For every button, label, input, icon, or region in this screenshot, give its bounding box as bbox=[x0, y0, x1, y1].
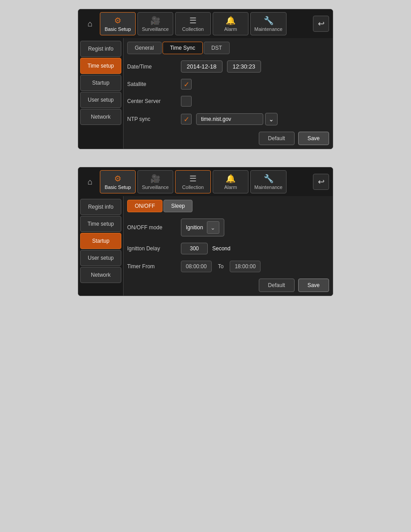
timer-to-label: To bbox=[218, 263, 224, 270]
save-button[interactable]: Save bbox=[298, 132, 329, 145]
gear-icon: ⚙ bbox=[114, 16, 121, 26]
home-button[interactable]: ⌂ bbox=[82, 16, 98, 32]
satellite-label: Satallite bbox=[127, 81, 176, 87]
bottom-bar-2: Default Save bbox=[127, 279, 329, 292]
camera-icon-2: 🎥 bbox=[150, 174, 160, 184]
nav-tab-alarm[interactable]: 🔔 Alarm bbox=[213, 12, 248, 35]
ntp-dropdown-button[interactable]: ⌄ bbox=[265, 113, 278, 125]
content-area: Regist info Time setup Startup User setu… bbox=[78, 38, 333, 149]
nav-tab-2-alarm[interactable]: 🔔 Alarm bbox=[213, 170, 248, 193]
nav-tab-surveillance-label: Surveillance bbox=[142, 26, 169, 32]
nav-tab-collection-label: Collection bbox=[182, 26, 204, 32]
content-area-2: Regist info Time setup Startup User setu… bbox=[78, 196, 333, 296]
sub-tab-time-sync[interactable]: Time Sync bbox=[163, 42, 203, 54]
nav-tab-2-maintenance[interactable]: 🔧 Maintenance bbox=[250, 170, 287, 193]
timer-to-input[interactable]: 18:00:00 bbox=[230, 261, 261, 272]
sidebar-item-time-setup[interactable]: Time setup bbox=[80, 58, 121, 74]
sidebar-item-startup[interactable]: Startup bbox=[80, 75, 121, 91]
alarm-icon-2: 🔔 bbox=[226, 174, 235, 184]
ignition-value: Ignition bbox=[186, 224, 203, 231]
sub-tabs: General Time Sync DST bbox=[127, 42, 329, 54]
collection-icon: ☰ bbox=[189, 16, 197, 26]
sidebar-2-item-network[interactable]: Network bbox=[80, 267, 121, 283]
nav-tab-basic-setup-label: Basic Setup bbox=[105, 26, 131, 32]
sub-tab-2-on-off[interactable]: ON/OFF bbox=[127, 200, 163, 212]
main-content-2: ON/OFF Sleep ON/OFF mode Ignition ⌄ bbox=[123, 196, 333, 296]
nav-tab-2-collection[interactable]: ☰ Collection bbox=[175, 170, 211, 193]
alarm-icon: 🔔 bbox=[226, 16, 235, 26]
top-nav-bar-2: ⌂ ⚙ Basic Setup 🎥 Surveillance ☰ Collect… bbox=[78, 167, 333, 196]
on-off-mode-row: ON/OFF mode Ignition ⌄ bbox=[127, 219, 329, 236]
nav-tab-2-basic-setup-label: Basic Setup bbox=[105, 184, 131, 190]
home-button-2[interactable]: ⌂ bbox=[82, 174, 98, 190]
sidebar-2-item-regist-info[interactable]: Regist info bbox=[80, 199, 121, 215]
nav-tab-2-surveillance[interactable]: 🎥 Surveillance bbox=[137, 170, 173, 193]
ignition-delay-unit: Second bbox=[212, 245, 231, 252]
maintenance-icon-2: 🔧 bbox=[264, 174, 274, 184]
panel-2: ⌂ ⚙ Basic Setup 🎥 Surveillance ☰ Collect… bbox=[78, 167, 333, 296]
nav-tab-2-alarm-label: Alarm bbox=[224, 184, 237, 190]
nav-tab-2-basic-setup[interactable]: ⚙ Basic Setup bbox=[100, 170, 136, 193]
ignition-delay-input[interactable]: 300 bbox=[181, 243, 208, 254]
sidebar-item-regist-info[interactable]: Regist info bbox=[80, 41, 121, 57]
collection-icon-2: ☰ bbox=[189, 174, 197, 184]
sidebar-2-item-time-setup[interactable]: Time setup bbox=[80, 216, 121, 232]
ntp-sync-checkbox[interactable]: ✓ bbox=[181, 114, 192, 124]
default-button[interactable]: Default bbox=[259, 132, 295, 145]
camera-icon: 🎥 bbox=[150, 16, 160, 26]
ntp-sync-label: NTP sync bbox=[127, 116, 176, 122]
sidebar-2: Regist info Time setup Startup User setu… bbox=[78, 196, 123, 296]
sidebar-2-item-user-setup[interactable]: User setup bbox=[80, 250, 121, 266]
maintenance-icon: 🔧 bbox=[264, 16, 274, 26]
center-server-label: Center Server bbox=[127, 98, 176, 104]
sidebar-item-user-setup[interactable]: User setup bbox=[80, 92, 121, 108]
nav-tab-alarm-label: Alarm bbox=[224, 26, 237, 32]
timer-from-input[interactable]: 08:00:00 bbox=[181, 261, 212, 272]
back-button-2[interactable]: ↩ bbox=[313, 174, 329, 190]
sub-tab-dst[interactable]: DST bbox=[204, 42, 230, 54]
time-value[interactable]: 12:30:23 bbox=[227, 60, 261, 73]
nav-tab-2-collection-label: Collection bbox=[182, 184, 204, 190]
ntp-sync-row: NTP sync ✓ time.nist.gov ⌄ bbox=[127, 113, 329, 125]
nav-tab-2-surveillance-label: Surveillance bbox=[142, 184, 169, 190]
satellite-row: Satallite ✓ bbox=[127, 79, 329, 90]
sub-tab-general[interactable]: General bbox=[127, 42, 162, 54]
ntp-server-input[interactable]: time.nist.gov bbox=[196, 113, 263, 125]
nav-tab-surveillance[interactable]: 🎥 Surveillance bbox=[137, 12, 173, 35]
timer-from-row: Timer From 08:00:00 To 18:00:00 bbox=[127, 261, 329, 272]
main-content: General Time Sync DST Date/Time 2014-12-… bbox=[123, 38, 333, 149]
nav-tab-maintenance-label: Maintenance bbox=[254, 26, 283, 32]
on-off-mode-label: ON/OFF mode bbox=[127, 224, 176, 231]
default-button-2[interactable]: Default bbox=[259, 279, 295, 292]
date-value[interactable]: 2014-12-18 bbox=[181, 60, 223, 73]
sidebar-2-item-startup[interactable]: Startup bbox=[80, 233, 121, 249]
satellite-checkbox[interactable]: ✓ bbox=[181, 79, 192, 90]
sub-tab-2-sleep[interactable]: Sleep bbox=[163, 200, 193, 212]
bottom-bar: Default Save bbox=[127, 132, 329, 145]
gear-icon-2: ⚙ bbox=[114, 174, 121, 184]
center-server-row: Center Server bbox=[127, 96, 329, 107]
sidebar-item-network[interactable]: Network bbox=[80, 109, 121, 125]
back-button[interactable]: ↩ bbox=[313, 16, 329, 32]
save-button-2[interactable]: Save bbox=[298, 279, 329, 292]
date-time-label: Date/Time bbox=[127, 64, 176, 70]
timer-from-label: Timer From bbox=[127, 263, 176, 270]
ignition-delay-row: Ignitton Delay 300 Second bbox=[127, 243, 329, 254]
nav-tab-maintenance[interactable]: 🔧 Maintenance bbox=[250, 12, 287, 35]
on-off-mode-select[interactable]: Ignition ⌄ bbox=[181, 219, 224, 236]
center-server-checkbox[interactable] bbox=[181, 96, 192, 107]
sidebar: Regist info Time setup Startup User setu… bbox=[78, 38, 123, 149]
nav-tab-collection[interactable]: ☰ Collection bbox=[175, 12, 211, 35]
ignition-dropdown-icon[interactable]: ⌄ bbox=[207, 221, 219, 234]
panel-1: ⌂ ⚙ Basic Setup 🎥 Surveillance ☰ Collect… bbox=[78, 9, 333, 149]
date-time-row: Date/Time 2014-12-18 12:30:23 bbox=[127, 60, 329, 73]
nav-tab-basic-setup[interactable]: ⚙ Basic Setup bbox=[100, 12, 136, 35]
nav-tab-2-maintenance-label: Maintenance bbox=[254, 184, 283, 190]
ignition-delay-label: Ignitton Delay bbox=[127, 245, 176, 252]
top-nav-bar: ⌂ ⚙ Basic Setup 🎥 Surveillance ☰ Collect… bbox=[78, 9, 333, 38]
sub-tabs-2: ON/OFF Sleep bbox=[127, 200, 329, 212]
